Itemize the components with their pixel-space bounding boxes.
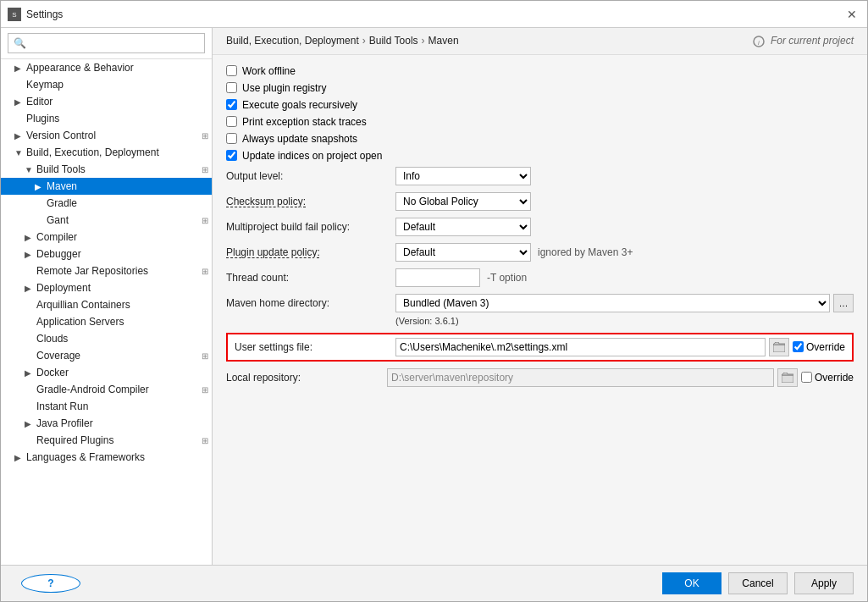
sidebar-item-maven[interactable]: ▶ Maven bbox=[1, 178, 212, 195]
sidebar-item-label: Remote Jar Repositories bbox=[36, 265, 198, 277]
local-repo-override-checkbox[interactable] bbox=[801, 372, 812, 383]
expand-arrow: ▶ bbox=[25, 250, 35, 259]
update-indices-checkbox[interactable] bbox=[226, 150, 237, 161]
ok-button[interactable]: OK bbox=[662, 572, 721, 594]
sidebar-item-plugins[interactable]: Plugins bbox=[1, 110, 212, 127]
sidebar-item-deployment[interactable]: ▶ Deployment bbox=[1, 279, 212, 296]
main-area: ▶ Appearance & Behavior Keymap ▶ Editor … bbox=[1, 28, 867, 565]
thread-count-input[interactable] bbox=[395, 268, 480, 287]
multiproject-policy-row: Multiproject build fail policy: Default … bbox=[226, 218, 854, 236]
maven-home-browse-button[interactable]: … bbox=[833, 294, 854, 312]
sidebar-item-label: Build, Execution, Deployment bbox=[26, 146, 208, 158]
sidebar-item-gradle[interactable]: Gradle bbox=[1, 195, 212, 212]
maven-home-select[interactable]: Bundled (Maven 3) Custom... bbox=[395, 294, 830, 312]
sidebar-item-label: Appearance & Behavior bbox=[26, 62, 208, 74]
expand-arrow: ▶ bbox=[25, 419, 35, 428]
sidebar-item-label: Compiler bbox=[36, 231, 208, 243]
always-update-checkbox[interactable] bbox=[226, 133, 237, 144]
expand-arrow bbox=[25, 267, 35, 276]
title-bar: S Settings ✕ bbox=[1, 1, 867, 28]
sidebar-item-label: Debugger bbox=[36, 248, 208, 260]
sidebar-item-label: Gradle-Android Compiler bbox=[36, 384, 198, 395]
user-settings-browse-button[interactable] bbox=[769, 338, 789, 356]
user-settings-override-label: Override bbox=[806, 341, 845, 353]
sidebar-item-app-servers[interactable]: Application Servers bbox=[1, 313, 212, 330]
always-update-row: Always update snapshots bbox=[226, 133, 854, 145]
sidebar-item-languages[interactable]: ▶ Languages & Frameworks bbox=[1, 449, 212, 466]
sidebar-item-editor[interactable]: ▶ Editor bbox=[1, 93, 212, 110]
output-level-row: Output level: Info Debug Warn Error bbox=[226, 167, 854, 185]
work-offline-checkbox[interactable] bbox=[226, 65, 237, 76]
sidebar-item-java-profiler[interactable]: ▶ Java Profiler bbox=[1, 415, 212, 432]
sidebar: ▶ Appearance & Behavior Keymap ▶ Editor … bbox=[1, 28, 213, 565]
build-tools-icon: ⊞ bbox=[202, 165, 208, 174]
coverage-icon: ⊞ bbox=[202, 351, 208, 361]
svg-text:i: i bbox=[758, 39, 760, 47]
breadcrumb-part1: Build, Execution, Deployment bbox=[226, 35, 359, 47]
update-indices-row: Update indices on project open bbox=[226, 150, 854, 162]
update-indices-label: Update indices on project open bbox=[242, 150, 382, 162]
sidebar-item-appearance[interactable]: ▶ Appearance & Behavior bbox=[1, 59, 212, 76]
footer: ? OK Cancel Apply bbox=[1, 565, 867, 601]
sidebar-item-docker[interactable]: ▶ Docker bbox=[1, 364, 212, 381]
user-settings-override: Override bbox=[793, 341, 845, 353]
use-plugin-registry-checkbox[interactable] bbox=[226, 82, 237, 93]
sidebar-item-arquillian[interactable]: Arquillian Containers bbox=[1, 296, 212, 313]
sidebar-item-debugger[interactable]: ▶ Debugger bbox=[1, 246, 212, 262]
breadcrumb: Build, Execution, Deployment › Build Too… bbox=[213, 28, 867, 55]
settings-panel: Work offline Use plugin registry Execute… bbox=[213, 55, 867, 565]
plugin-update-policy-label: Plugin update policy: bbox=[226, 246, 395, 258]
user-settings-label: User settings file: bbox=[235, 341, 395, 353]
sidebar-item-gant[interactable]: Gant ⊞ bbox=[1, 212, 212, 229]
app-icon: S bbox=[8, 8, 21, 21]
multiproject-policy-select[interactable]: Default Fail at End Never Fail bbox=[395, 218, 531, 236]
cancel-button[interactable]: Cancel bbox=[728, 572, 788, 594]
work-offline-row: Work offline bbox=[226, 65, 854, 77]
output-level-select[interactable]: Info Debug Warn Error bbox=[395, 167, 531, 185]
search-input[interactable] bbox=[8, 33, 205, 53]
sidebar-item-remote-jar[interactable]: Remote Jar Repositories ⊞ bbox=[1, 262, 212, 279]
sidebar-item-compiler[interactable]: ▶ Compiler bbox=[1, 229, 212, 246]
sidebar-item-build-tools[interactable]: ▼ Build Tools ⊞ bbox=[1, 161, 212, 178]
close-button[interactable]: ✕ bbox=[843, 6, 860, 23]
sidebar-item-gradle-android[interactable]: Gradle-Android Compiler ⊞ bbox=[1, 381, 212, 398]
expand-arrow bbox=[25, 334, 35, 344]
expand-arrow: ▶ bbox=[25, 233, 35, 242]
sidebar-item-label: Version Control bbox=[26, 130, 198, 141]
breadcrumb-part2: Build Tools bbox=[369, 35, 418, 47]
print-exception-row: Print exception stack traces bbox=[226, 116, 854, 128]
breadcrumb-sep1: › bbox=[362, 35, 366, 47]
user-settings-override-checkbox[interactable] bbox=[793, 341, 804, 352]
sidebar-item-coverage[interactable]: Coverage ⊞ bbox=[1, 347, 212, 364]
sidebar-item-label: Plugins bbox=[26, 113, 208, 124]
help-button[interactable]: ? bbox=[21, 574, 80, 593]
plugin-update-policy-row: Plugin update policy: Default Always Nev… bbox=[226, 243, 854, 262]
maven-home-label: Maven home directory: bbox=[226, 297, 395, 309]
sidebar-item-required-plugins[interactable]: Required Plugins ⊞ bbox=[1, 432, 212, 449]
checksum-policy-select[interactable]: No Global Policy Fail Warn Ignore bbox=[395, 192, 531, 211]
sidebar-item-label: Required Plugins bbox=[36, 434, 198, 446]
expand-arrow bbox=[25, 436, 35, 445]
dialog-title: Settings bbox=[26, 8, 843, 20]
required-plugins-icon: ⊞ bbox=[202, 436, 208, 445]
breadcrumb-hint: i For current project bbox=[753, 35, 854, 47]
expand-arrow: ▶ bbox=[14, 453, 25, 462]
local-repo-input[interactable] bbox=[387, 368, 774, 387]
plugin-update-policy-select[interactable]: Default Always Never Interval bbox=[395, 243, 531, 262]
sidebar-item-clouds[interactable]: Clouds bbox=[1, 330, 212, 347]
sidebar-item-instant-run[interactable]: Instant Run bbox=[1, 398, 212, 415]
sidebar-item-keymap[interactable]: Keymap bbox=[1, 76, 212, 93]
sidebar-item-label: Maven bbox=[47, 180, 208, 192]
expand-arrow: ▼ bbox=[14, 148, 25, 157]
sidebar-item-build-execution[interactable]: ▼ Build, Execution, Deployment bbox=[1, 144, 212, 161]
version-control-icon: ⊞ bbox=[202, 131, 208, 141]
print-exception-checkbox[interactable] bbox=[226, 116, 237, 127]
user-settings-input[interactable] bbox=[395, 338, 766, 356]
execute-goals-checkbox[interactable] bbox=[226, 99, 237, 110]
apply-button[interactable]: Apply bbox=[794, 572, 854, 594]
maven-home-row: Maven home directory: Bundled (Maven 3) … bbox=[226, 294, 854, 312]
local-repo-label: Local repository: bbox=[226, 372, 387, 384]
local-repo-browse-button[interactable] bbox=[777, 368, 798, 387]
sidebar-item-label: Arquillian Containers bbox=[36, 299, 208, 311]
sidebar-item-version-control[interactable]: ▶ Version Control ⊞ bbox=[1, 127, 212, 144]
